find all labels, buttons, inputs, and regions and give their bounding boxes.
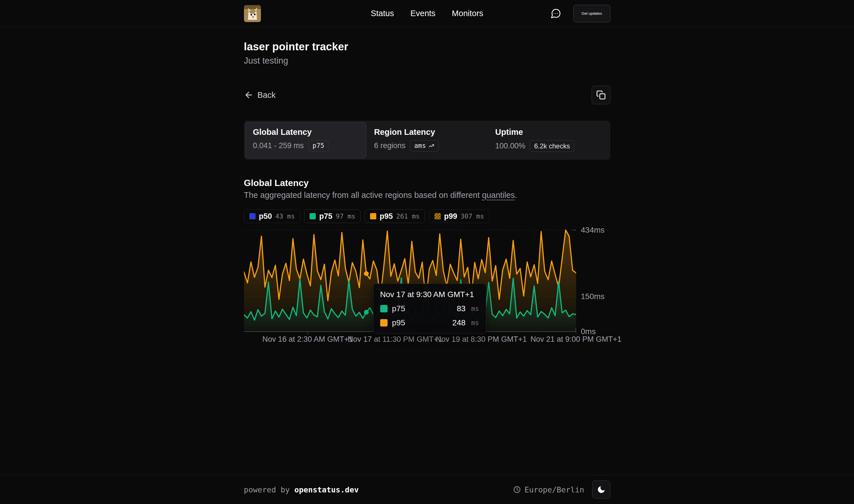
tooltip-timestamp: Nov 17 at 9:30 AM GMT+1 (380, 290, 479, 299)
section-description: The aggregated latency from all active r… (244, 191, 610, 200)
tab-title: Uptime (495, 127, 601, 137)
cat-logo[interactable] (244, 5, 261, 22)
tab-uptime[interactable]: Uptime 100.00% 6.2k checks (488, 122, 609, 158)
y-axis-tick-label: 150ms (581, 292, 605, 301)
nav-link-events[interactable]: Events (411, 9, 436, 18)
powered-by: powered by openstatus.dev (244, 485, 359, 494)
region-badge: ams (410, 140, 439, 151)
tooltip-row-p75: p75 83 ms (380, 304, 479, 313)
cat-logo-image (244, 5, 261, 22)
nav-links: Status Events Monitors (370, 9, 483, 18)
tab-title: Region Latency (374, 127, 480, 137)
x-axis-tick-label: Nov 16 at 2:30 AM GMT+1 (262, 335, 353, 344)
metric-tabs: Global Latency 0.041 - 259 ms p75 Region… (244, 121, 610, 160)
tab-value: 100.00% (495, 142, 526, 150)
legend-chip-p75[interactable]: p75 97 ms (304, 210, 361, 223)
page-subtitle: Just testing (244, 56, 610, 66)
theme-toggle-button[interactable] (592, 481, 610, 499)
page-footer: powered by openstatus.dev Europe/Berlin (0, 475, 854, 504)
legend-chip-p95[interactable]: p95 261 ms (365, 210, 425, 223)
feedback-chat-button[interactable] (549, 7, 562, 20)
openstatus-link[interactable]: openstatus.dev (294, 485, 359, 494)
x-axis-tick-label: Nov 21 at 9:00 PM GMT+1 (531, 335, 622, 344)
p95-swatch (370, 213, 376, 219)
chat-bubble-icon (550, 8, 561, 19)
timezone-label: Europe/Berlin (524, 485, 584, 494)
p75-swatch (310, 213, 316, 219)
chart-legend: p50 43 ms p75 97 ms p95 261 ms p99 307 m… (244, 210, 610, 223)
y-axis-tick-label: 434ms (581, 226, 605, 235)
moon-icon (597, 485, 606, 494)
trend-up-icon (428, 143, 435, 149)
latency-chart: 434ms 150ms 0ms Nov 16 at 2:30 AM GMT+1 … (244, 228, 610, 348)
tab-value: 0.041 - 259 ms (253, 141, 304, 150)
back-link[interactable]: Back (244, 90, 276, 100)
copy-link-button[interactable] (592, 86, 610, 104)
tab-title: Global Latency (253, 127, 359, 137)
get-updates-button[interactable]: Get updates (573, 5, 610, 22)
quantile-badge: p75 (308, 140, 329, 151)
tab-value: 6 regions (374, 141, 405, 150)
legend-chip-p50[interactable]: p50 43 ms (244, 210, 301, 223)
p99-swatch (435, 213, 441, 219)
checks-badge: 6.2k checks (530, 140, 574, 152)
hover-dot-p95 (364, 271, 369, 276)
copy-icon (596, 90, 606, 100)
timezone: Europe/Berlin (513, 485, 584, 494)
back-label: Back (257, 90, 276, 100)
clock-icon (513, 486, 521, 493)
x-axis-tick-label: Nov 19 at 8:30 PM GMT+1 (436, 335, 527, 344)
tab-region-latency[interactable]: Region Latency 6 regions ams (366, 122, 488, 158)
p95-swatch (380, 319, 387, 326)
x-axis-tick-label: Nov 17 at 11:30 PM GMT+1 (348, 335, 442, 344)
page-title: laser pointer tracker (244, 41, 610, 53)
quantiles-link[interactable]: quantiles (482, 191, 515, 200)
p75-swatch (380, 305, 387, 312)
tab-global-latency[interactable]: Global Latency 0.041 - 259 ms p75 (246, 122, 367, 158)
section-title: Global Latency (244, 178, 610, 188)
chart-tooltip: Nov 17 at 9:30 AM GMT+1 p75 83 ms p95 24… (373, 284, 486, 334)
top-nav: Status Events Monitors Get updates (0, 0, 854, 27)
hover-dot-p75 (364, 310, 369, 314)
p50-swatch (249, 213, 256, 219)
arrow-left-icon (244, 90, 254, 100)
nav-link-status[interactable]: Status (370, 9, 394, 18)
legend-chip-p99[interactable]: p99 307 ms (429, 210, 490, 223)
nav-link-monitors[interactable]: Monitors (452, 9, 483, 18)
status-page-main: laser pointer tracker Just testing Back … (244, 27, 610, 475)
tooltip-row-p95: p95 248 ms (380, 318, 479, 327)
